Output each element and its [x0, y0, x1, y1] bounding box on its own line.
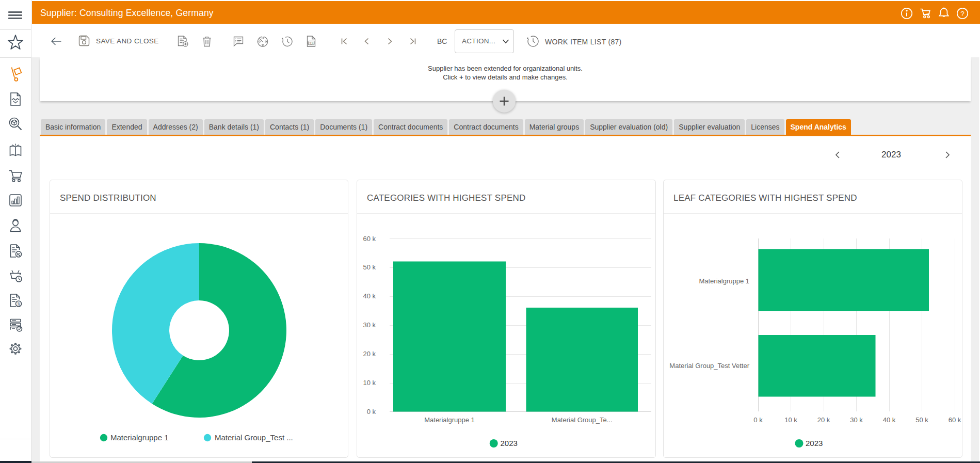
- svg-text:0 k: 0 k: [753, 416, 763, 424]
- svg-text:2023: 2023: [806, 439, 823, 448]
- svg-text:Material Group_Test ...: Material Group_Test ...: [215, 433, 293, 442]
- svg-text:40 k: 40 k: [363, 292, 376, 300]
- svg-text:Material Group_Te...: Material Group_Te...: [552, 416, 613, 424]
- svg-text:40 k: 40 k: [883, 416, 896, 424]
- svg-text:Materialgruppe 1: Materialgruppe 1: [110, 433, 169, 442]
- svg-text:50 k: 50 k: [915, 416, 928, 424]
- svg-text:Material Group_Test Vetter: Material Group_Test Vetter: [669, 362, 749, 370]
- svg-text:2023: 2023: [501, 439, 518, 448]
- svg-text:§: §: [17, 301, 20, 307]
- svg-text:?: ?: [960, 10, 965, 18]
- svg-text:50 k: 50 k: [363, 263, 376, 271]
- svg-text:0 k: 0 k: [367, 408, 376, 416]
- svg-text:10 k: 10 k: [363, 379, 376, 387]
- svg-text:PDF: PDF: [308, 41, 314, 45]
- svg-text:30 k: 30 k: [363, 321, 376, 329]
- svg-text:Materialgruppe 1: Materialgruppe 1: [699, 277, 749, 285]
- svg-text:30 k: 30 k: [850, 416, 863, 424]
- svg-text:60 k: 60 k: [949, 416, 961, 424]
- svg-text:10 k: 10 k: [784, 416, 797, 424]
- svg-text:60 k: 60 k: [363, 235, 376, 243]
- svg-text:Materialgruppe 1: Materialgruppe 1: [424, 416, 475, 424]
- svg-text:20 k: 20 k: [817, 416, 830, 424]
- svg-text:20 k: 20 k: [363, 350, 376, 358]
